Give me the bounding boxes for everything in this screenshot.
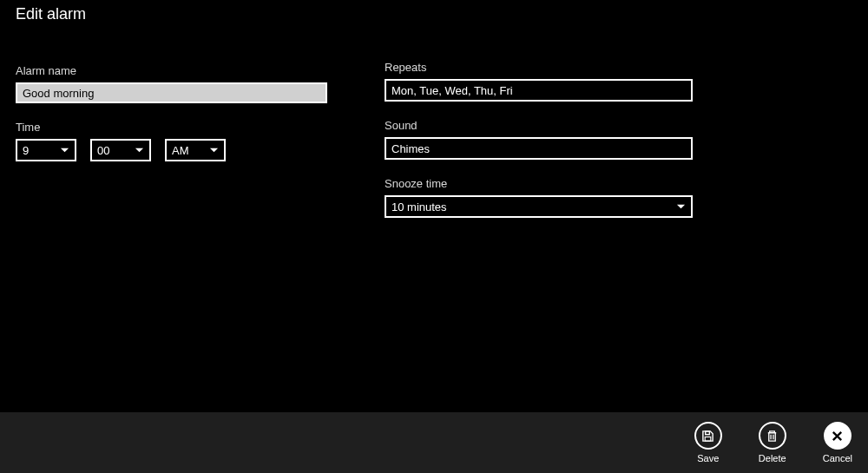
repeats-value: Mon, Tue, Wed, Thu, Fri: [391, 84, 513, 97]
sound-select[interactable]: Chimes: [385, 137, 693, 160]
time-label: Time: [16, 121, 385, 134]
title-bar: Edit alarm: [0, 0, 868, 26]
minute-select[interactable]: 00: [90, 139, 151, 161]
time-row: 9 00 AM: [16, 139, 385, 161]
sound-label: Sound: [385, 119, 753, 132]
save-label: Save: [697, 453, 719, 463]
repeats-group: Repeats Mon, Tue, Wed, Thu, Fri: [385, 61, 753, 102]
delete-button[interactable]: Delete: [759, 422, 786, 463]
chevron-down-icon: [135, 146, 144, 155]
hour-value: 9: [23, 144, 29, 157]
snooze-group: Snooze time 10 minutes: [385, 177, 753, 218]
snooze-value: 10 minutes: [391, 200, 447, 214]
sound-value: Chimes: [391, 142, 430, 155]
ampm-select[interactable]: AM: [165, 139, 226, 161]
svg-rect-0: [706, 430, 710, 434]
chevron-down-icon: [60, 146, 69, 155]
delete-icon-circle: [759, 422, 786, 450]
chevron-down-icon: [676, 202, 686, 212]
close-icon: [831, 430, 844, 443]
alarm-name-input[interactable]: [16, 82, 327, 103]
cancel-icon-circle: [824, 422, 852, 450]
left-column: Alarm name Time 9 00 AM: [16, 42, 385, 235]
repeats-label: Repeats: [385, 61, 753, 74]
save-icon-circle: [694, 422, 722, 450]
minute-value: 00: [97, 144, 109, 157]
cancel-button[interactable]: Cancel: [823, 422, 852, 463]
time-group: Time 9 00 AM: [16, 121, 385, 161]
save-icon: [701, 430, 714, 443]
ampm-value: AM: [172, 144, 189, 157]
snooze-label: Snooze time: [385, 177, 753, 190]
delete-label: Delete: [759, 453, 786, 463]
sound-group: Sound Chimes: [385, 119, 753, 160]
repeats-select[interactable]: Mon, Tue, Wed, Thu, Fri: [385, 79, 693, 102]
trash-icon: [766, 430, 779, 443]
save-button[interactable]: Save: [694, 422, 722, 463]
right-column: Repeats Mon, Tue, Wed, Thu, Fri Sound Ch…: [385, 42, 753, 235]
alarm-name-group: Alarm name: [16, 64, 385, 103]
content-area: Alarm name Time 9 00 AM: [0, 26, 868, 251]
snooze-select[interactable]: 10 minutes: [385, 195, 693, 218]
cancel-label: Cancel: [823, 453, 852, 463]
chevron-down-icon: [209, 146, 219, 155]
hour-select[interactable]: 9: [16, 139, 76, 161]
alarm-name-label: Alarm name: [16, 64, 385, 77]
app-bar: Save Delete Cancel: [0, 412, 868, 473]
page-title: Edit alarm: [16, 5, 86, 23]
